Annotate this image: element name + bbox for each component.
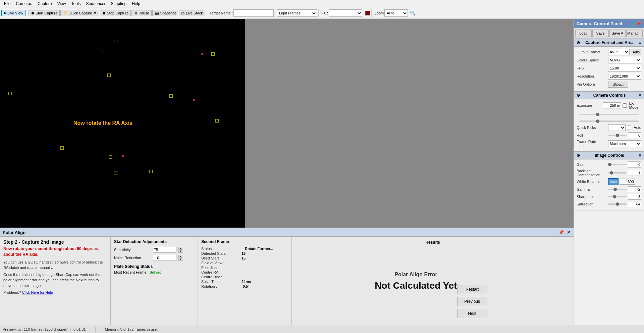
backlight-label: BacklightCompensation [577,169,607,177]
second-frame-title: Second Frame [201,239,288,244]
rp-title: Camera Control Panel [577,21,622,26]
show-button[interactable]: Show... [608,81,628,88]
live-view-panel[interactable]: Now rotate the RA Axis [0,19,245,228]
capture-format-menu-icon[interactable]: ≡ [639,40,641,45]
next-button[interactable]: Next [457,309,487,318]
menu-help[interactable]: Help [129,1,143,7]
menu-view[interactable]: View [55,1,69,7]
output-auto-button[interactable]: Auto [631,49,641,55]
manage-button[interactable]: Manag... [626,30,643,37]
frame-rate-select[interactable]: Maximum [608,140,641,147]
start-capture-button[interactable]: ⏺ Start Capture [29,10,60,16]
roll-input[interactable] [628,132,641,138]
capture-format-title: Capture Format and Area [585,40,634,45]
memory-status: Memory: 3 of 172 frames in use. [105,327,158,331]
resolution-select[interactable]: 1920x1080 [608,73,641,80]
lx-mode-checkbox[interactable] [623,103,627,108]
image-controls-fields: Gain BacklightCompensation White Balance… [574,159,644,211]
step-body-p2: Once the rotation is big enough SharpCap… [3,272,107,289]
zoom-select[interactable]: Auto [384,9,408,17]
star-indicator [114,172,117,175]
star-indicator [109,155,112,159]
roll-row: Roll [577,132,641,138]
menu-cameras[interactable]: Cameras [13,1,35,7]
noise-input[interactable] [153,255,176,261]
menu-scripting[interactable]: Scripting [108,1,129,7]
wb-value-input[interactable] [620,179,635,185]
quick-capture-button[interactable]: ⚡ Quick Capture ▼ [60,10,99,16]
sensitivity-down[interactable]: ▼ [178,250,183,253]
noise-up[interactable]: ▲ [178,255,183,258]
rotate-ra-text: Now rotate the RA Axis [73,120,132,126]
toolbar-separator-4 [318,9,319,17]
zoom-label: Zoom [374,11,384,15]
star-indicator [193,99,195,101]
star-detection-title: Star Detection Adjustments [114,239,194,244]
pixel-label: Pixel Size : [201,266,241,270]
noise-down[interactable]: ▼ [178,258,183,261]
sharpness-slider[interactable] [608,196,627,197]
sensitivity-up[interactable]: ▲ [178,247,183,250]
exposure-slider-row [577,111,641,117]
light-frames-select[interactable]: Light Frames [277,9,317,17]
image-controls-menu-icon[interactable]: ≡ [639,153,641,158]
camera-controls-collapse-icon: ⊙ [577,93,580,98]
quick-picks-select[interactable] [608,124,626,131]
capture-format-header[interactable]: ⊙ Capture Format and Area ≡ [574,39,644,47]
polar-pin-icon[interactable]: 📌 [558,230,564,235]
fx-label: FX : [321,11,328,15]
target-name-label: Target Name : [210,11,233,15]
restart-button[interactable]: Restart [457,285,487,294]
wb-auto-button[interactable]: Auto [608,178,619,185]
rp-pin-icon[interactable]: 📌 [636,21,641,26]
sensitivity-input[interactable] [153,247,176,253]
fx-select[interactable] [329,9,362,17]
exposure-slider2[interactable] [579,121,639,122]
frame-rate-row: Frame RateLimit Maximum [577,140,641,148]
star-indicator [122,155,124,157]
roll-slider[interactable] [608,135,627,136]
live-view-button[interactable]: ▶ Live View [1,10,25,16]
saturation-slider[interactable] [608,203,627,205]
menu-sequencer[interactable]: Sequencer [84,1,108,7]
gamma-input[interactable] [628,186,641,192]
menu-tools[interactable]: Tools [69,1,84,7]
camera-controls-header[interactable]: ⊙ Camera Controls ≡ [574,91,644,99]
backlight-input[interactable] [628,170,641,176]
sensitivity-spinbox: ▲ ▼ [178,247,183,253]
polar-close-icon[interactable]: ✕ [567,230,571,235]
exposure-input[interactable] [603,102,621,108]
backlight-slider[interactable] [608,172,627,174]
pause-button[interactable]: ⏸ Pause [131,10,151,16]
solve-time-label: Solve Time : [201,280,241,284]
star-indicator [149,170,153,173]
quick-auto-checkbox[interactable] [627,126,631,130]
output-format-select[interactable]: AVI f... [608,49,630,55]
image-controls-header[interactable]: ⊙ Image Controls ≡ [574,151,644,159]
results-title: Results [425,240,440,245]
centre-dec-row: Centre Dec : [201,275,288,279]
stop-capture-button[interactable]: ⏹ Stop Capture [100,10,131,16]
saturation-input[interactable] [628,201,641,207]
fov-label: Field of View : [201,261,241,265]
exposure-slider[interactable] [579,114,639,115]
fps-select[interactable]: 15.00 [608,65,641,72]
gamma-slider[interactable] [608,189,627,190]
target-name-input[interactable] [233,9,274,17]
previous-button[interactable]: Previous [457,297,487,306]
polar-header-controls: 📌 ✕ [558,230,571,235]
help-link[interactable]: Click Here for Help [22,290,53,294]
live-stack-button[interactable]: 🗂 Live Stack [179,10,205,16]
load-button[interactable]: Load [575,30,592,37]
menu-capture[interactable]: Capture [35,1,55,7]
colour-space-select[interactable]: MJPG [608,57,641,63]
snapshot-button[interactable]: 📷 Snapshot [152,10,178,16]
menu-file[interactable]: File [1,1,13,7]
sharpness-input[interactable] [628,194,641,200]
gain-slider[interactable] [608,164,627,165]
save-as-button[interactable]: Save A [609,30,626,37]
camera-controls-menu-icon[interactable]: ≡ [639,93,641,98]
gain-row: Gain [577,161,641,168]
save-button[interactable]: Save [592,30,609,37]
gain-input[interactable] [628,161,641,168]
